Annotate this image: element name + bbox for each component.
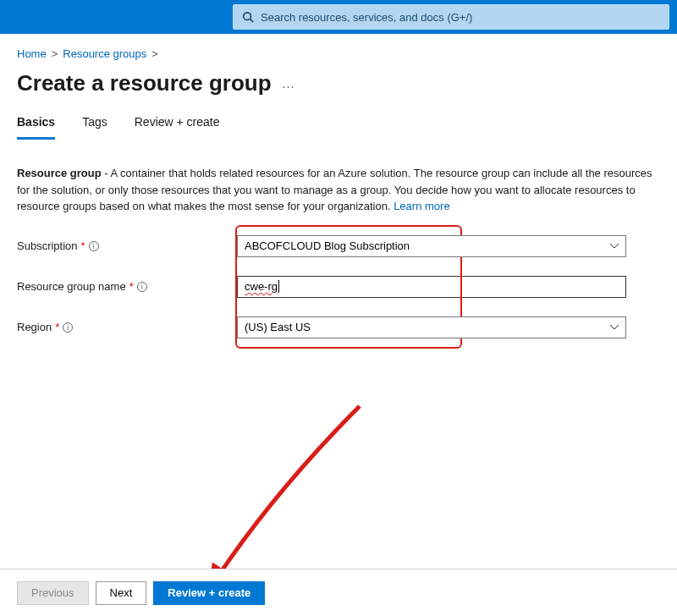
required-indicator: * [55,321,59,333]
next-button[interactable]: Next [96,581,147,605]
subscription-row: Subscription * i ABCOFCLOUD Blog Subscri… [17,235,660,257]
svg-line-1 [250,19,254,23]
wizard-tabs: Basics Tags Review + create [0,110,677,140]
top-bar [0,0,677,34]
description-text: Resource group - A container that holds … [17,165,660,215]
chevron-right-icon: > [52,47,58,60]
tab-content: Resource group - A container that holds … [0,140,677,338]
breadcrumb: Home > Resource groups > [0,34,677,67]
required-indicator: * [81,239,85,252]
text-caret [278,280,279,293]
tab-tags[interactable]: Tags [82,115,107,140]
resource-group-name-input[interactable]: cwe-rg [237,276,626,298]
description-lead: Resource group [17,167,102,179]
resource-group-name-control: cwe-rg [237,276,626,298]
tab-basics[interactable]: Basics [17,115,55,140]
chevron-right-icon: > [151,47,158,60]
resource-group-name-label: Resource group name * i [17,280,237,293]
region-control: (US) East US [237,316,626,338]
subscription-value: ABCOFCLOUD Blog Subscription [245,239,410,252]
region-value: (US) East US [245,321,311,333]
breadcrumb-home[interactable]: Home [17,47,47,60]
region-label: Region * i [17,321,237,333]
previous-button: Previous [17,581,89,605]
global-search-box[interactable] [233,4,669,30]
chevron-down-icon [610,325,619,330]
more-actions-button[interactable]: … [282,76,295,91]
resource-group-name-row: Resource group name * i cwe-rg [17,276,660,298]
search-icon [242,11,254,23]
chevron-down-icon [610,244,619,249]
region-row: Region * i (US) East US [17,316,660,338]
subscription-label-text: Subscription [17,239,78,252]
info-icon[interactable]: i [63,322,73,333]
required-indicator: * [129,280,134,293]
info-icon[interactable]: i [89,241,99,251]
review-create-button[interactable]: Review + create [153,581,265,605]
form-area: Subscription * i ABCOFCLOUD Blog Subscri… [17,235,660,338]
region-label-text: Region [17,321,52,333]
tab-review-create[interactable]: Review + create [135,115,220,140]
breadcrumb-resource-groups[interactable]: Resource groups [63,47,146,60]
page-title-row: Create a resource group … [0,67,677,110]
search-input[interactable] [261,11,660,24]
svg-point-0 [244,13,251,20]
resource-group-name-label-text: Resource group name [17,280,126,293]
subscription-select[interactable]: ABCOFCLOUD Blog Subscription [237,235,626,257]
learn-more-link[interactable]: Learn more [394,200,449,212]
region-select[interactable]: (US) East US [237,316,626,338]
page-title: Create a resource group [17,70,272,96]
description-body: - A container that holds related resourc… [17,167,652,212]
subscription-label: Subscription * i [17,239,237,252]
resource-group-name-value: cwe-rg [245,280,278,293]
wizard-footer: Previous Next Review + create [0,569,677,616]
subscription-control: ABCOFCLOUD Blog Subscription [237,235,626,257]
info-icon[interactable]: i [137,282,147,292]
